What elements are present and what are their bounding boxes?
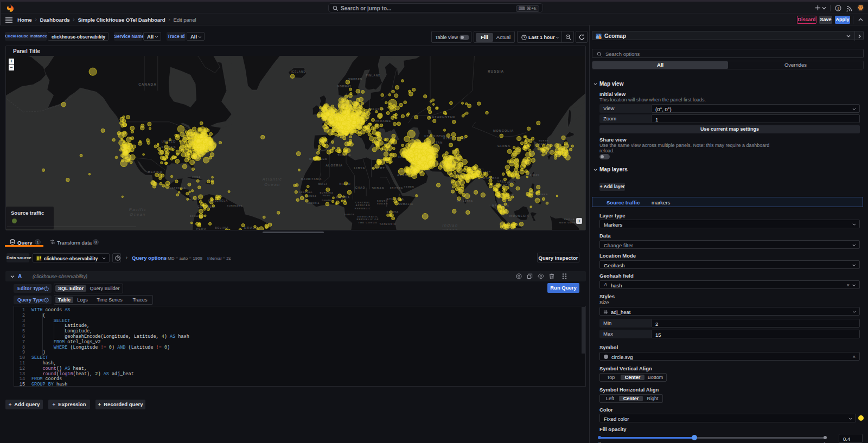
svg-text:YEMEN: YEMEN bbox=[404, 185, 414, 188]
svg-text:UZBEKISTAN: UZBEKISTAN bbox=[424, 135, 445, 138]
svg-text:Indian: Indian bbox=[442, 223, 458, 228]
svg-text:TANZANIA: TANZANIA bbox=[379, 223, 396, 226]
svg-text:PERU: PERU bbox=[196, 227, 206, 230]
svg-text:LIBERIA: LIBERIA bbox=[308, 202, 320, 204]
svg-text:AFRICAN: AFRICAN bbox=[356, 204, 371, 207]
svg-text:SURINAME: SURINAME bbox=[227, 204, 243, 207]
svg-text:NORWAY: NORWAY bbox=[337, 85, 352, 88]
svg-text:!: ! bbox=[838, 6, 839, 11]
svg-text:FASO: FASO bbox=[323, 194, 331, 197]
svg-text:MONGOLIA: MONGOLIA bbox=[493, 129, 514, 132]
svg-text:PAPUA: PAPUA bbox=[564, 218, 575, 221]
svg-text:UNITED: UNITED bbox=[162, 140, 176, 143]
svg-text:SUDAN: SUDAN bbox=[377, 202, 388, 205]
svg-text:KAZAKHSTAN: KAZAKHSTAN bbox=[429, 115, 455, 119]
svg-text:MALI: MALI bbox=[318, 182, 327, 185]
svg-text:FINLAND: FINLAND bbox=[366, 74, 380, 77]
svg-text:RUSSIA: RUSSIA bbox=[488, 69, 504, 73]
svg-text:REPUBLIC: REPUBLIC bbox=[355, 207, 371, 210]
svg-text:ALGERIA: ALGERIA bbox=[326, 164, 343, 167]
svg-text:Ocean: Ocean bbox=[442, 228, 458, 230]
svg-text:GHANA: GHANA bbox=[322, 199, 332, 202]
svg-text:KENYA: KENYA bbox=[387, 210, 399, 214]
svg-text:NORTH: NORTH bbox=[539, 140, 548, 142]
svg-text:Ocean: Ocean bbox=[130, 212, 146, 217]
svg-text:SOMALIA: SOMALIA bbox=[398, 203, 413, 206]
svg-text:THE CONGO: THE CONGO bbox=[358, 221, 378, 224]
svg-text:Atlantic: Atlantic bbox=[262, 177, 283, 182]
svg-text:GABON: GABON bbox=[344, 213, 354, 216]
svg-text:REPUBLIC OF: REPUBLIC OF bbox=[357, 218, 379, 221]
svg-text:UKRAINE: UKRAINE bbox=[375, 119, 391, 123]
svg-text:GUATEMALA: GUATEMALA bbox=[168, 187, 186, 189]
svg-text:ERITREA: ERITREA bbox=[390, 187, 403, 189]
svg-text:CUBA: CUBA bbox=[192, 176, 201, 178]
svg-text:CHINA: CHINA bbox=[497, 144, 510, 147]
svg-text:Pacific: Pacific bbox=[129, 207, 147, 212]
svg-text:SUDAN: SUDAN bbox=[372, 187, 384, 190]
svg-text:CANADA: CANADA bbox=[138, 82, 157, 86]
svg-text:Ocean: Ocean bbox=[264, 182, 280, 187]
svg-text:LIBYA: LIBYA bbox=[354, 166, 366, 170]
svg-text:MAURITANIA: MAURITANIA bbox=[301, 178, 322, 181]
svg-text:CHAD: CHAD bbox=[355, 186, 366, 189]
svg-text:SWEDEN: SWEDEN bbox=[348, 78, 362, 81]
svg-text:TAIWAN: TAIWAN bbox=[528, 174, 539, 176]
svg-text:INDONESIA: INDONESIA bbox=[509, 214, 529, 217]
svg-text:ICELAND: ICELAND bbox=[291, 70, 305, 73]
svg-text:MEXICO: MEXICO bbox=[148, 170, 163, 174]
